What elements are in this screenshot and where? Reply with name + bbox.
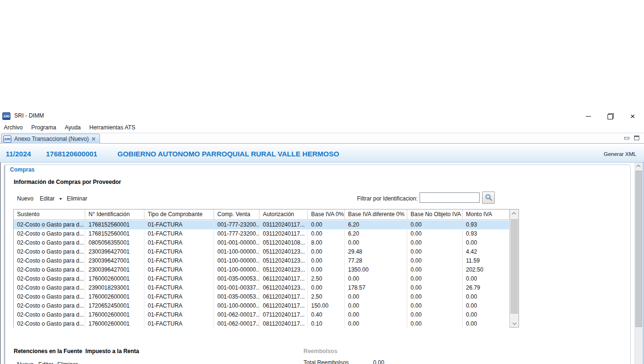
table-cell: 061120240117... [259,274,308,283]
menu-programa[interactable]: Programa [31,123,61,132]
table-cell: 02-Costo o Gasto para d... [14,319,85,328]
table-cell: 031120240117... [259,220,308,229]
table-cell: 4.42 [463,247,510,256]
table-row[interactable]: 02-Costo o Gasto para d...17681525600010… [14,220,510,229]
table-cell: 0805056355001 [85,238,144,247]
chevron-down-icon [512,321,516,325]
nuevo-button[interactable]: Nuevo [17,195,34,202]
table-row[interactable]: 02-Costo o Gasto para d...23900182930010… [14,283,510,292]
taxpayer-name-label: GOBIERNO AUTONOMO PARROQUIAL RURAL VALLE… [117,150,339,158]
column-header[interactable]: Comp. Venta [214,209,259,219]
column-header[interactable]: N° Identificación [85,209,144,219]
table-cell: 0.00 [345,319,407,328]
chevron-up-icon [512,212,516,216]
table-row[interactable]: 02-Costo o Gasto para d...23003964270010… [14,256,510,265]
ruc-label: 1768120600001 [46,150,97,158]
retenciones-nuevo-button[interactable]: Nuevo [17,361,34,364]
menu-ayuda[interactable]: Ayuda [65,123,85,132]
table-row[interactable]: 02-Costo o Gasto para d...17600026000010… [14,310,510,319]
table-cell: 01-FACTURA [144,247,214,256]
editar-dropdown-icon[interactable] [59,198,62,200]
table-cell: 1720652450001 [85,301,144,310]
table-cell: 0.00 [407,256,463,265]
generar-xml-button[interactable]: Generar XML [604,151,636,157]
table-cell: 2390018293001 [85,283,144,292]
table-cell: 2300396427001 [85,247,144,256]
table-cell: 01-FACTURA [144,256,214,265]
compras-table: SustentoN° IdentificaciónTipo de Comprob… [13,209,519,328]
table-cell: 061120240117... [259,292,308,301]
content-scrollbar[interactable] [635,163,643,364]
column-header[interactable]: Sustento [14,209,85,219]
content-area: Compras Información de Compras por Prove… [0,163,644,364]
table-cell: 0.00 [407,229,463,238]
table-cell: 01-FACTURA [144,274,214,283]
table-cell: 0.00 [345,274,407,283]
content-scrollbar-thumb[interactable] [635,171,642,327]
table-cell: 0.00 [308,265,345,274]
app-logo-icon: SRi [2,112,10,120]
table-row[interactable]: 02-Costo o Gasto para d...08050563550010… [14,238,510,247]
table-cell: 081120240117... [259,319,308,328]
restore-button[interactable] [602,110,618,122]
table-row[interactable]: 02-Costo o Gasto para d...23003964270010… [14,247,510,256]
table-cell: 01-FACTURA [144,292,214,301]
column-header[interactable]: Base IVA 0% [308,209,345,219]
eliminar-button[interactable]: Eliminar [67,195,87,202]
column-header[interactable]: Monto IVA [463,209,510,219]
table-cell: 0.00 [308,220,345,229]
table-row[interactable]: 02-Costo o Gasto para d...17600026000010… [14,292,510,301]
table-cell: 0.00 [407,319,463,328]
table-row[interactable]: 02-Costo o Gasto para d...17600026000010… [14,274,510,283]
table-row[interactable]: 02-Costo o Gasto para d...17206524500010… [14,301,510,310]
search-button[interactable] [482,191,495,204]
tab-anexo-transaccional[interactable]: SRi Anexo Transaccional (Nuevo) × [1,134,100,144]
app-window: SRi SRI - DIMM × Archivo Programa Ayuda … [0,110,644,364]
table-cell: 0.93 [463,220,510,229]
tab-label: Anexo Transaccional (Nuevo) [14,136,89,142]
table-cell: 0.00 [463,301,510,310]
table-cell: 051120240123... [259,247,308,256]
table-cell: 0.00 [463,319,510,328]
table-cell: 2.50 [308,292,345,301]
minimize-icon [586,116,591,117]
table-cell: 0.00 [407,301,463,310]
table-row[interactable]: 02-Costo o Gasto para d...17600026000010… [14,319,510,328]
retenciones-eliminar-button[interactable]: Eliminar [57,361,78,364]
menu-herramientas-ats[interactable]: Herramientas ATS [89,123,140,132]
table-scrollbar[interactable] [510,209,519,327]
filter-input[interactable] [420,192,480,203]
menu-archivo[interactable]: Archivo [4,123,27,132]
table-body: 02-Costo o Gasto para d...17681525600010… [14,220,510,328]
table-row[interactable]: 02-Costo o Gasto para d...23003964270010… [14,265,510,274]
column-header[interactable]: Autorización [259,209,308,219]
column-header[interactable]: Base No Objeto IVA [407,209,463,219]
minimize-button[interactable] [580,110,596,122]
retenciones-editar-button[interactable]: Editar [38,361,53,364]
table-cell: 02-Costo o Gasto para d... [14,274,85,283]
tab-close-icon[interactable]: × [91,136,95,142]
table-scrollbar-thumb[interactable] [510,219,518,314]
table-cell: 001-777-23200... [214,220,259,229]
column-header[interactable]: Tipo de Comprobante [144,209,214,219]
table-cell: 061120240117... [259,301,308,310]
table-cell: 0.00 [407,220,463,229]
table-cell: 1768152560001 [85,220,144,229]
scroll-down-button[interactable] [510,319,519,327]
content-scroll-up-button[interactable] [635,163,643,170]
table-cell: 01-FACTURA [144,310,214,319]
table-cell: 1350.00 [345,265,407,274]
editar-button[interactable]: Editar [40,195,54,202]
table-row[interactable]: 02-Costo o Gasto para d...17681525600010… [14,229,510,238]
reembolsos-title: Reembolsos [304,348,337,355]
period-label: 11/2024 [6,150,31,158]
tabbar: SRi Anexo Transaccional (Nuevo) × [0,133,644,144]
table-cell: 1768152560001 [85,229,144,238]
scroll-up-button[interactable] [510,209,519,218]
table-cell: 0.00 [407,247,463,256]
close-button[interactable]: × [625,110,641,122]
maximize-view-icon[interactable] [634,136,639,140]
table-cell: 0.00 [407,274,463,283]
column-header[interactable]: Base IVA diferente 0% [345,209,407,219]
minimize-view-icon[interactable] [624,137,629,139]
